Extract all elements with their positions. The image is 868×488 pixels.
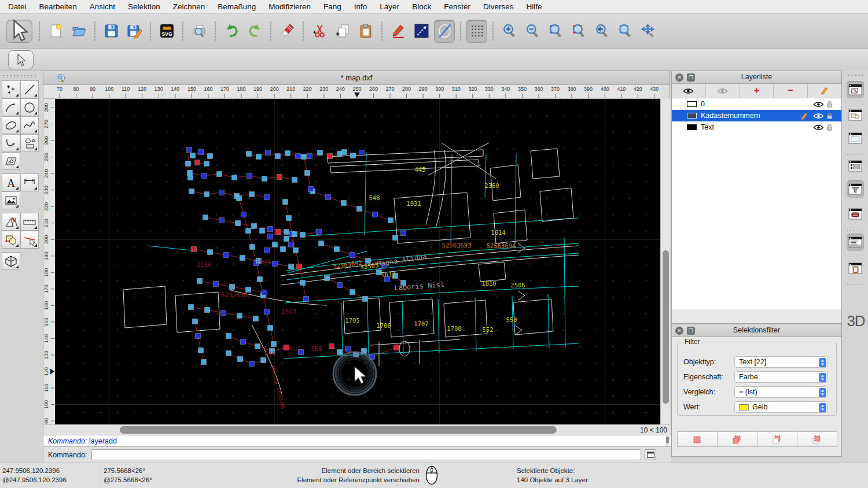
history-scrollbar[interactable]: [665, 436, 670, 446]
selection-handle[interactable]: [258, 277, 263, 282]
selection-pointer-button[interactable]: [6, 20, 32, 43]
tool-circle-button[interactable]: [20, 98, 39, 116]
selection-handle[interactable]: [264, 248, 270, 253]
selection-handle[interactable]: [224, 253, 229, 258]
remove-layer-button[interactable]: −: [774, 84, 808, 98]
selection-handle[interactable]: [189, 305, 194, 310]
layer-visibility-icon[interactable]: [813, 124, 822, 131]
selection-handle[interactable]: [318, 150, 323, 156]
new-file-button[interactable]: [45, 20, 66, 43]
layer-lock-icon[interactable]: [826, 101, 834, 108]
layer-edit-icon[interactable]: [800, 112, 809, 120]
tool-shapes-button[interactable]: [20, 134, 39, 152]
edit-layer-button[interactable]: [808, 84, 841, 98]
selection-handle[interactable]: [198, 150, 204, 155]
dock-drag-handle[interactable]: [847, 74, 865, 77]
selection-handle[interactable]: [351, 153, 356, 158]
selection-handle[interactable]: [196, 334, 201, 339]
selection-handle[interactable]: [250, 245, 255, 250]
zoom-out-button[interactable]: [522, 20, 543, 43]
layer-lock-icon[interactable]: [826, 112, 834, 120]
tool-point-button[interactable]: [2, 80, 20, 98]
layer-row-0[interactable]: 0: [672, 98, 841, 110]
menu-item-fang[interactable]: Fang: [323, 2, 341, 11]
redo-button[interactable]: [244, 20, 265, 43]
open-file-button[interactable]: [68, 20, 89, 43]
selection-handle[interactable]: [237, 313, 242, 319]
detach-icon[interactable]: ❐: [687, 73, 695, 82]
command-window-button[interactable]: [645, 449, 656, 460]
selection-handle[interactable]: [363, 297, 368, 302]
drawing-canvas[interactable]: 4452360548193116144350516121810250617051…: [55, 99, 660, 424]
menu-item-modifizieren[interactable]: Modifizieren: [269, 2, 311, 11]
layer-visibility-icon[interactable]: [813, 101, 822, 108]
selection-handle[interactable]: [297, 264, 302, 269]
show-all-layers-button[interactable]: [672, 84, 706, 98]
selection-handle[interactable]: [219, 218, 225, 223]
selection-handle[interactable]: [305, 171, 310, 176]
selection-handle[interactable]: [186, 161, 191, 167]
tool-solid3d-button[interactable]: [2, 252, 20, 270]
dropdown-stepper-icon[interactable]: [819, 358, 826, 369]
selection-handle[interactable]: [260, 228, 265, 234]
horizontal-scrollbar[interactable]: [55, 426, 634, 434]
selection-handle[interactable]: [394, 345, 399, 350]
vertical-scrollbar[interactable]: [660, 99, 670, 424]
menu-item-bemaßung[interactable]: Bemaßung: [218, 2, 256, 11]
selection-handle[interactable]: [253, 316, 259, 321]
zoom-selection-button[interactable]: [568, 20, 589, 43]
selection-handle[interactable]: [249, 192, 255, 197]
select-intersect-button[interactable]: [797, 431, 837, 447]
tool-line-button[interactable]: [20, 80, 39, 98]
dropdown-stepper-icon[interactable]: [819, 403, 826, 414]
selection-handle[interactable]: [285, 151, 290, 156]
selection-handle[interactable]: [341, 201, 347, 206]
selection-handle[interactable]: [307, 154, 312, 159]
command-input[interactable]: [91, 449, 641, 460]
selection-handle[interactable]: [273, 242, 278, 247]
add-layer-button[interactable]: +: [740, 84, 774, 98]
document-title-bar[interactable]: * map.dxf: [43, 71, 670, 85]
selection-handle[interactable]: [205, 308, 210, 313]
layer-row-kadasternummern[interactable]: Kadasternummern: [672, 110, 841, 121]
hide-all-layers-button[interactable]: [706, 84, 740, 98]
selection-handle[interactable]: [202, 173, 207, 179]
copy-button[interactable]: [332, 20, 353, 43]
dock-toggle-pen-settings[interactable]: [847, 205, 864, 223]
selection-handle[interactable]: [264, 195, 270, 200]
selection-handle[interactable]: [401, 231, 406, 236]
paste-button[interactable]: [355, 20, 376, 43]
delete-eraser-button[interactable]: [277, 20, 297, 43]
selection-handle[interactable]: [284, 236, 289, 242]
selection-handle[interactable]: [268, 326, 273, 331]
print-preview-button[interactable]: [189, 20, 209, 43]
selection-handle[interactable]: [249, 361, 255, 367]
tool-ellipse-button[interactable]: [2, 116, 20, 134]
select-add-button[interactable]: [717, 431, 757, 447]
selection-handle[interactable]: [357, 206, 362, 212]
selection-handle[interactable]: [283, 199, 288, 205]
selection-handle[interactable]: [292, 178, 297, 183]
tool-arc-button[interactable]: [2, 98, 20, 116]
selection-handle[interactable]: [268, 234, 273, 239]
selection-handle[interactable]: [193, 319, 198, 324]
tool-spline-button[interactable]: [20, 116, 39, 134]
selection-handle[interactable]: [337, 283, 343, 288]
selection-handle[interactable]: [238, 357, 243, 362]
dropdown-stepper-icon[interactable]: [819, 388, 826, 399]
select-replace-button[interactable]: [677, 431, 718, 447]
selection-handle[interactable]: [277, 175, 282, 180]
selection-handle[interactable]: [221, 310, 226, 316]
selection-handle[interactable]: [289, 264, 294, 269]
dock-toggle-library-browser[interactable]: [847, 130, 864, 147]
selection-handle[interactable]: [284, 345, 289, 350]
selection-handle[interactable]: [226, 334, 231, 339]
tool-measure-button[interactable]: [20, 213, 39, 231]
selection-handle[interactable]: [247, 173, 252, 179]
selection-handle[interactable]: [350, 253, 355, 258]
selection-handle[interactable]: [334, 247, 340, 252]
selection-handle[interactable]: [271, 342, 277, 347]
selection-handle[interactable]: [201, 360, 207, 365]
selection-handle[interactable]: [289, 242, 294, 247]
layer-lock-icon[interactable]: [826, 124, 834, 131]
